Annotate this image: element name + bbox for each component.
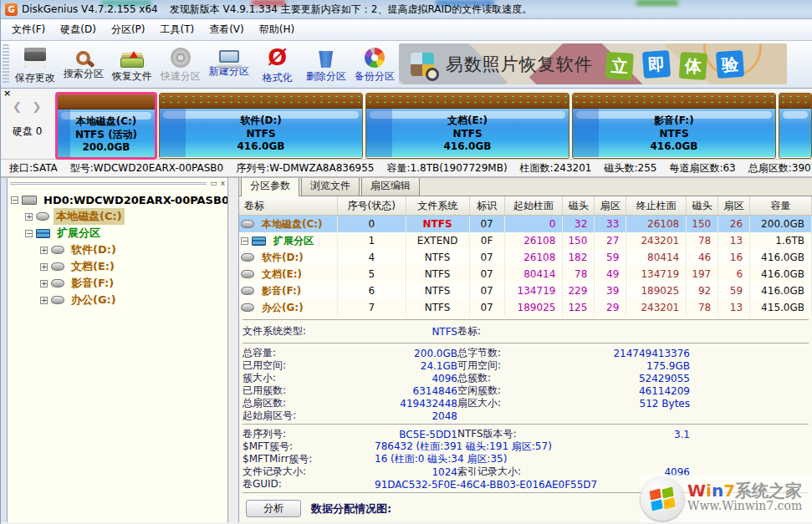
tree-item[interactable]: + 影音(F:)	[8, 275, 227, 292]
main-area: ▭ x − HD0:WDCWD20EARX-00PASB0 (1863GB) +…	[1, 178, 812, 522]
search-partition-icon	[76, 51, 90, 65]
table-row[interactable]: 文档(E:) 5 NTFS 07 80414 78 49 134719 197 …	[239, 266, 812, 282]
row-expander-icon[interactable]: −	[241, 237, 248, 245]
toolbar-button[interactable]: 保存更改	[11, 41, 59, 88]
partition-block-g-clipped[interactable]	[779, 93, 812, 159]
cell-start-sector: 59	[595, 249, 626, 266]
tree-item[interactable]: + 文档(E:)	[8, 258, 227, 275]
partition-block-c[interactable]: 本地磁盘(C:) NTFS (活动) 200.0GB	[56, 93, 156, 159]
table-row[interactable]: 影音(F:) 6 NTFS 07 134719 229 39 189025 92…	[239, 282, 812, 299]
table-header-cell[interactable]: 容量	[750, 196, 812, 215]
cell-start-sector: 39	[595, 282, 626, 299]
menu-item[interactable]: 帮助(H)	[252, 20, 302, 39]
ad-cta-tile[interactable]: 立	[605, 51, 633, 79]
tree-item[interactable]: + 本地磁盘(C:)	[8, 208, 227, 225]
menu-item[interactable]: 查看(V)	[202, 20, 252, 39]
cell-start-head: 125	[563, 299, 595, 316]
table-row[interactable]: −扩展分区 1 EXTEND 0F 26108 150 27 243201 78…	[239, 232, 812, 249]
partition-tree: − HD0:WDCWD20EARX-00PASB0 (1863GB) + 本地磁…	[8, 189, 227, 522]
menu-item[interactable]: 工具(T)	[152, 20, 202, 39]
cell-end-sector: 59	[718, 282, 750, 299]
table-row[interactable]: 本地磁盘(C:) 0 NTFS 07 0 32 33 26108 150 26 …	[239, 216, 812, 232]
tree-autohide-icon[interactable]: ▭	[210, 180, 217, 187]
fs-type-row: 文件系统类型: NTFS 卷标:	[243, 323, 812, 340]
panel-close-icon[interactable]: ×	[3, 89, 11, 98]
disk-info-segment: 型号:WDCWD20EARX-00PASB0	[70, 161, 223, 176]
detail-row: 已用簇数: 6314846 空闲簇数: 46114209	[243, 384, 812, 396]
toolbar-button[interactable]: 快速分区	[156, 41, 205, 88]
tree-expander-icon[interactable]: +	[40, 247, 48, 254]
menu-item[interactable]: 分区(P)	[104, 20, 153, 39]
tree-item[interactable]: − HD0:WDCWD20EARX-00PASB0 (1863GB)	[8, 191, 227, 208]
toolbar-button[interactable]: 搜索分区	[59, 41, 108, 88]
table-header-cell[interactable]: 序号(状态)	[338, 196, 406, 215]
cell-end-cylinder: 243201	[626, 299, 687, 316]
tab[interactable]: 分区参数	[241, 178, 299, 196]
tree-expander-icon[interactable]: +	[40, 297, 48, 304]
delete-partition-icon	[318, 51, 335, 68]
table-row[interactable]: 软件(D:) 4 NTFS 07 26108 182 59 80414 46 1…	[239, 249, 812, 266]
ad-text: 易数照片恢复软件	[446, 53, 593, 76]
watermark-url: Www.Winwin7.com	[687, 499, 802, 512]
primary-partition-cap	[58, 94, 155, 109]
toolbar-button[interactable]: Ø 格式化	[253, 41, 302, 88]
cell-capacity: 415.0GB	[750, 299, 812, 316]
title-bar[interactable]: G DiskGenius V4.7.2.155 x64发现新版本 V4.9.1.…	[1, 0, 812, 19]
table-header-cell[interactable]: 终止柱面	[626, 196, 687, 215]
partition-block-e[interactable]: 文档(E:) NTFS 416.0GB	[365, 93, 569, 159]
disk-info-line: 接口:SATA型号:WDCWD20EARX-00PASB0序列号:W-DMWZA…	[1, 160, 812, 178]
cell-end-cylinder: 134719	[626, 266, 687, 282]
table-header-cell[interactable]: 磁头	[563, 196, 595, 215]
tree-close-icon[interactable]: x	[221, 180, 225, 187]
disk-nav-arrows[interactable]: ❮ ❯	[13, 100, 56, 113]
windows-logo-icon	[641, 477, 684, 521]
toolbar-button[interactable]: 备份分区	[350, 41, 399, 88]
tree-grip[interactable]	[10, 182, 207, 185]
cell-capacity: 1.6TB	[750, 232, 812, 249]
panel-splitter[interactable]	[228, 178, 239, 522]
tree-expander-icon[interactable]: +	[40, 263, 48, 271]
tree-item[interactable]: + 软件(D:)	[8, 242, 227, 258]
detail-row: 卷序列号: BC5E-5DD1 NTFS版本号: 3.1	[243, 427, 812, 440]
toolbar-button[interactable]: 删除分区	[302, 41, 350, 88]
table-header-cell[interactable]: 起始柱面	[505, 196, 564, 215]
watermark-brand: Win7系统之家	[687, 481, 802, 501]
partition-block-f[interactable]: 影音(F:) NTFS 416.0GB	[572, 93, 776, 159]
toolbar-grip[interactable]	[3, 44, 9, 84]
tab[interactable]: 扇区编辑	[361, 178, 420, 196]
menu-bar: 文件(F)硬盘(D)分区(P)工具(T)查看(V)帮助(H)	[1, 19, 812, 41]
toolbar-button[interactable]: 新建分区	[205, 41, 253, 88]
cell-capacity: 416.0GB	[750, 282, 812, 299]
cell-id: 07	[470, 299, 505, 316]
tree-item[interactable]: + 办公(G:)	[8, 292, 227, 308]
cell-end-cylinder: 189025	[626, 282, 687, 299]
toolbar-button[interactable]: 恢复文件	[108, 41, 156, 88]
cell-id: 07	[470, 216, 505, 232]
tab-bar: 分区参数浏览文件扇区编辑	[239, 178, 812, 196]
partition-icon	[241, 253, 254, 262]
cell-start-sector: 49	[595, 266, 626, 282]
menu-item[interactable]: 硬盘(D)	[53, 20, 104, 39]
table-header-cell[interactable]: 卷标	[239, 196, 338, 215]
table-header-cell[interactable]: 扇区	[718, 196, 750, 215]
menu-item[interactable]: 文件(F)	[4, 20, 53, 39]
ad-cta-tile[interactable]: 体	[678, 51, 707, 79]
tree-expander-icon[interactable]: +	[40, 280, 48, 287]
analyze-button[interactable]: 分析	[246, 500, 301, 517]
table-header-cell[interactable]: 扇区	[595, 196, 626, 215]
tree-expander-icon[interactable]: −	[25, 230, 33, 237]
table-row[interactable]: 办公(G:) 7 NTFS 07 189025 125 29 243201 78…	[239, 299, 812, 316]
tree-item-label: 影音(F:)	[69, 275, 116, 292]
ad-cta-tile[interactable]: 即	[642, 49, 671, 78]
ad-cta-tile[interactable]: 验	[716, 49, 744, 78]
table-header-cell[interactable]: 磁头	[687, 196, 718, 215]
ad-banner[interactable]: 易数照片恢复软件 立即体验	[399, 43, 787, 84]
tree-expander-icon[interactable]: −	[11, 196, 18, 204]
table-header-cell[interactable]: 文件系统	[406, 196, 470, 215]
disk-info-segment: 总扇区数:3907029168	[748, 161, 812, 176]
partition-block-d[interactable]: 软件(D:) NTFS 416.0GB	[159, 93, 363, 159]
tab[interactable]: 浏览文件	[301, 178, 360, 196]
tree-expander-icon[interactable]: +	[25, 213, 33, 221]
table-header-cell[interactable]: 标识	[470, 196, 505, 215]
tree-item[interactable]: − 扩展分区	[8, 225, 227, 242]
